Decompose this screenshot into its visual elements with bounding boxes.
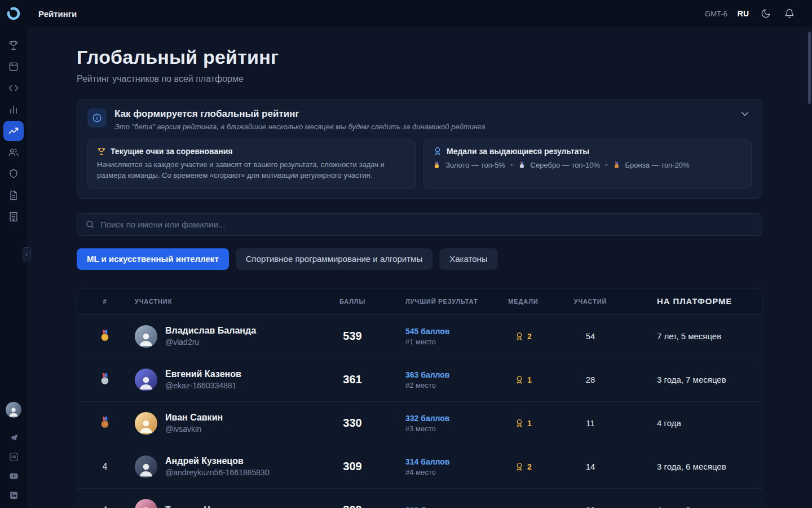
shield-icon	[8, 168, 19, 179]
table-row[interactable]: Иван Савкин @ivsavkin 330 332 баллов #3 …	[77, 401, 762, 445]
app-logo[interactable]	[0, 6, 27, 21]
participations-count: 14	[555, 462, 625, 471]
vk-icon: VK	[9, 452, 19, 462]
header-participant: Участник	[121, 298, 322, 305]
bronze-medal-icon	[99, 416, 111, 428]
best-place: #4 место	[405, 468, 491, 476]
on-platform-duration: 3 года, 6 месяцев	[625, 462, 751, 471]
points-value: 309	[322, 503, 383, 508]
best-score[interactable]: 309 баллов	[405, 506, 491, 508]
medals-card-title: Медали за выдающиеся результаты	[447, 147, 589, 156]
award-icon	[515, 332, 524, 341]
silver-medal-icon	[518, 161, 526, 169]
sidebar-item-analytics[interactable]	[3, 99, 24, 120]
sidebar-item-competitions[interactable]	[3, 35, 24, 55]
on-platform-duration: 7 лет, 5 месяцев	[625, 331, 751, 341]
gold-medal-icon	[433, 161, 440, 169]
sidebar-item-security[interactable]	[3, 164, 24, 184]
header-participations: Участий	[555, 298, 625, 305]
avatar	[135, 412, 157, 435]
person-icon	[137, 417, 155, 435]
person-icon	[7, 405, 20, 418]
linkedin-link[interactable]	[7, 489, 20, 501]
person-icon	[137, 503, 155, 508]
table-row[interactable]: Евгений Казенов @ekaz-1660334881 361 363…	[77, 358, 762, 401]
bar-chart-icon	[8, 104, 19, 115]
sidebar-item-code[interactable]	[3, 78, 24, 98]
sidebar-item-rating[interactable]	[3, 121, 24, 141]
participant-name: Евгений Казенов	[165, 369, 241, 379]
rating-info-card: Как формируется глобальный рейтинг Это "…	[77, 99, 762, 199]
main-content: Глобальный рейтинг Рейтинг участников по…	[27, 27, 812, 508]
award-icon	[515, 419, 524, 428]
separator-dot: •	[605, 161, 608, 169]
header-best-result: Лучший результат	[383, 298, 491, 305]
rating-table: # Участник Баллы Лучший результат Медали…	[77, 288, 762, 508]
participant-username: @ekaz-1660334881	[165, 381, 241, 390]
best-score[interactable]: 363 баллов	[405, 370, 491, 379]
linkedin-icon	[9, 491, 19, 500]
moon-icon	[761, 8, 771, 19]
silver-medal-icon	[99, 373, 111, 385]
tab-hackathons[interactable]: Хакатоны	[439, 248, 497, 270]
notifications-button[interactable]	[783, 7, 796, 20]
collapse-info-button[interactable]	[739, 108, 752, 121]
participant-name: Иван Савкин	[165, 413, 223, 423]
profile-avatar[interactable]	[6, 402, 21, 418]
timezone-label: GMT-6	[705, 10, 727, 18]
medal-count: 2	[527, 332, 532, 341]
participant-username: @ivsavkin	[165, 424, 223, 433]
gold-medal-icon	[99, 329, 111, 341]
header-rank: #	[89, 298, 121, 305]
box-icon	[8, 61, 19, 72]
participant-username: @vlad2ru	[165, 338, 256, 347]
no-medals-dash: —	[519, 505, 528, 508]
sidebar-item-organizations[interactable]	[3, 207, 24, 227]
youtube-link[interactable]	[7, 470, 20, 482]
sidebar-item-community[interactable]	[3, 142, 24, 163]
silver-rule-label: Серебро — топ-10%	[531, 161, 601, 169]
table-row[interactable]: Владислав Баланда @vlad2ru 539 545 балло…	[77, 314, 762, 358]
topbar: Рейтинги GMT-6 RU	[0, 0, 812, 27]
logo-icon	[6, 6, 21, 21]
tab-sport-programming[interactable]: Спортивное программирование и алгоритмы	[236, 248, 433, 270]
code-icon	[8, 82, 19, 94]
participations-count: 20	[555, 505, 625, 508]
search-input[interactable]	[100, 220, 754, 229]
award-icon	[515, 375, 524, 384]
sidebar-item-docs[interactable]	[3, 185, 24, 205]
trophy-icon	[8, 40, 19, 51]
search-bar	[77, 213, 762, 236]
telegram-link[interactable]	[7, 431, 20, 444]
header-medals: Медали	[491, 298, 555, 305]
users-icon	[8, 147, 19, 158]
best-score[interactable]: 545 баллов	[405, 327, 491, 336]
vk-link[interactable]: VK	[7, 450, 20, 463]
best-place: #1 место	[405, 338, 491, 346]
building-icon	[8, 211, 19, 222]
best-score[interactable]: 332 баллов	[405, 414, 491, 423]
points-card-title: Текущие очки за соревнования	[111, 147, 233, 156]
sidebar-expand-button[interactable]: ›	[23, 247, 31, 261]
sidebar: VK	[0, 27, 27, 508]
table-row[interactable]: 4 Андрей Кузнецов @andreykuzn56-16618858…	[77, 445, 762, 488]
person-icon	[137, 460, 155, 478]
info-card-subtitle: Это "бета" версия рейтинга, в ближайшие …	[114, 122, 486, 131]
gold-rule-label: Золото — топ-5%	[445, 161, 505, 169]
best-score[interactable]: 314 баллов	[405, 457, 491, 466]
header-points: Баллы	[322, 298, 383, 305]
award-icon	[515, 462, 524, 471]
document-icon	[8, 190, 19, 201]
table-row[interactable]: 4 Татьяна Некрасова 309 309 баллов — 20 …	[77, 488, 762, 508]
theme-toggle-button[interactable]	[759, 7, 773, 20]
participant-name: Владислав Баланда	[165, 326, 256, 336]
tab-ml[interactable]: ML и искусственный интеллект	[77, 248, 229, 270]
medals-explainer-card: Медали за выдающиеся результаты Золото —…	[423, 139, 752, 189]
sidebar-item-projects[interactable]	[3, 56, 24, 77]
rank-number: 4	[103, 462, 108, 471]
participant-name: Татьяна Некрасова	[165, 505, 251, 508]
participations-count: 28	[555, 375, 625, 384]
vertical-scrollbar[interactable]	[808, 32, 811, 104]
best-place: #2 место	[405, 381, 491, 389]
language-switcher[interactable]: RU	[738, 9, 749, 18]
